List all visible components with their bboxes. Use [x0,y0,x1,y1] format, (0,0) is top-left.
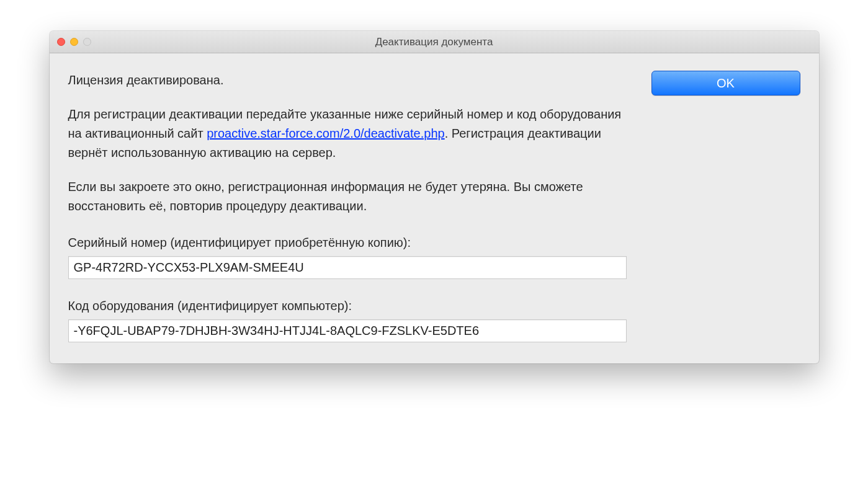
dialog-window: Деактивация документа Лицензия деактивир… [50,31,819,363]
serial-label: Серийный номер (идентифицирует приобретё… [68,233,627,252]
dialog-content: Лицензия деактивирована. Для регистрации… [50,53,819,363]
window-title: Деактивация документа [50,36,819,48]
message-area: Лицензия деактивирована. Для регистрации… [68,71,627,342]
note-text: Если вы закроете это окно, регистрационн… [68,177,627,216]
titlebar: Деактивация документа [50,31,819,53]
serial-input[interactable] [68,256,627,279]
zoom-icon [83,38,91,46]
close-icon[interactable] [57,38,65,46]
deactivation-link[interactable]: proactive.star-force.com/2.0/deactivate.… [207,127,445,140]
instruction-text: Для регистрации деактивации передайте ук… [68,105,627,162]
status-text: Лицензия деактивирована. [68,71,627,90]
button-column: OK [651,71,800,96]
hardware-code-label: Код оборудования (идентифицирует компьют… [68,296,627,316]
ok-button[interactable]: OK [651,71,800,96]
traffic-lights [57,38,91,46]
minimize-icon[interactable] [70,38,78,46]
hardware-code-input[interactable] [68,319,627,342]
